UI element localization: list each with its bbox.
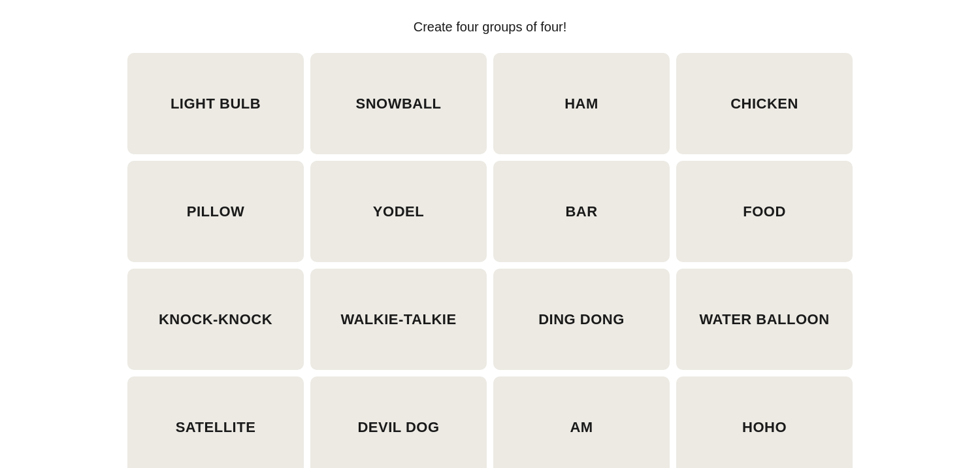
tile-label-pillow: PILLOW (187, 203, 245, 221)
tile-ham[interactable]: HAM (493, 53, 670, 154)
tile-light-bulb[interactable]: LIGHT BULB (127, 53, 304, 154)
tile-ding-dong[interactable]: DING DONG (493, 269, 670, 370)
tile-label-bar: BAR (565, 203, 597, 221)
tile-am[interactable]: AM (493, 376, 670, 468)
tile-label-devil-dog: DEVIL DOG (357, 418, 439, 437)
tile-pillow[interactable]: PILLOW (127, 161, 304, 262)
tile-knock-knock[interactable]: KNOCK-KNOCK (127, 269, 304, 370)
tile-label-hoho: HOHO (742, 418, 787, 437)
tile-hoho[interactable]: HOHO (676, 376, 853, 468)
tile-water-balloon[interactable]: WATER BALLOON (676, 269, 853, 370)
tile-label-food: FOOD (743, 203, 786, 221)
tile-yodel[interactable]: YODEL (310, 161, 487, 262)
tile-snowball[interactable]: SNOWBALL (310, 53, 487, 154)
tile-label-snowball: SNOWBALL (355, 95, 441, 113)
word-grid: LIGHT BULBSNOWBALLHAMCHICKENPILLOWYODELB… (127, 53, 853, 468)
tile-food[interactable]: FOOD (676, 161, 853, 262)
tile-walkie-talkie[interactable]: WALKIE-TALKIE (310, 269, 487, 370)
tile-label-am: AM (570, 418, 593, 437)
tile-label-chicken: CHICKEN (730, 95, 798, 113)
tile-devil-dog[interactable]: DEVIL DOG (310, 376, 487, 468)
tile-chicken[interactable]: CHICKEN (676, 53, 853, 154)
tile-label-water-balloon: WATER BALLOON (699, 310, 829, 329)
tile-label-walkie-talkie: WALKIE-TALKIE (340, 310, 456, 329)
tile-label-knock-knock: KNOCK-KNOCK (159, 310, 272, 329)
subtitle: Create four groups of four! (414, 20, 567, 35)
tile-satellite[interactable]: SATELLITE (127, 376, 304, 468)
tile-bar[interactable]: BAR (493, 161, 670, 262)
tile-label-light-bulb: LIGHT BULB (171, 95, 261, 113)
tile-label-satellite: SATELLITE (176, 418, 256, 437)
tile-label-ham: HAM (564, 95, 598, 113)
tile-label-ding-dong: DING DONG (538, 310, 625, 329)
tile-label-yodel: YODEL (373, 203, 424, 221)
